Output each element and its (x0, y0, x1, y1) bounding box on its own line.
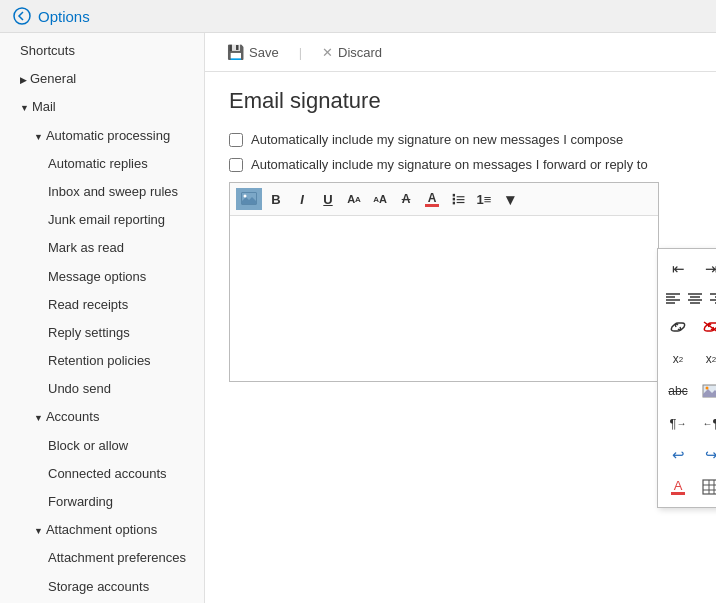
discard-button[interactable]: ✕ Discard (316, 42, 388, 63)
discard-icon: ✕ (322, 45, 333, 60)
checkbox-forward-reply[interactable] (229, 158, 243, 172)
sidebar-item-block-allow[interactable]: Block or allow (0, 432, 204, 460)
underline-button[interactable]: U (316, 187, 340, 211)
indent-right-button[interactable]: ⇥ (697, 255, 716, 283)
font-color-button[interactable]: A (420, 187, 444, 211)
sidebar-item-undo-send[interactable]: Undo send (0, 375, 204, 403)
redo-button[interactable]: ↪ (697, 441, 716, 469)
sidebar-item-mark-read[interactable]: Mark as read (0, 234, 204, 262)
sidebar-item-auto-processing[interactable]: ▼Automatic processing (0, 122, 204, 150)
editor-toolbar: B I U AA AA A A (230, 183, 658, 216)
sidebar: Shortcuts ▶General ▼Mail ▼Automatic proc… (0, 33, 205, 603)
sidebar-item-forwarding[interactable]: Forwarding (0, 488, 204, 516)
subscript-button[interactable]: x2 (697, 345, 716, 373)
page-body: Email signature Automatically include my… (205, 72, 716, 603)
save-button[interactable]: 💾 Save (221, 41, 285, 63)
checkbox-row-2: Automatically include my signature on me… (229, 157, 692, 172)
content-area: 💾 Save | ✕ Discard Email signature Autom… (205, 33, 716, 603)
page-title: Email signature (229, 88, 692, 114)
sidebar-item-read-receipts[interactable]: Read receipts (0, 291, 204, 319)
editor-body[interactable] (230, 216, 658, 376)
more-options-dropdown: ⇤ ⇥ (657, 248, 716, 508)
superscript-button[interactable]: x2 (664, 345, 692, 373)
svg-point-0 (14, 8, 30, 24)
checkbox-new-messages-label: Automatically include my signature on ne… (251, 132, 623, 147)
sidebar-item-general[interactable]: ▶General (0, 65, 204, 93)
page-title-header: Options (38, 8, 90, 25)
checkbox-row-1: Automatically include my signature on ne… (229, 132, 692, 147)
attachment-triangle: ▼ (34, 526, 43, 536)
strikethrough-button[interactable]: A (394, 187, 418, 211)
header: Options (0, 0, 716, 33)
more-options-button[interactable]: ▾ (498, 187, 522, 211)
checkbox-new-messages[interactable] (229, 133, 243, 147)
sidebar-item-mail[interactable]: ▼Mail (0, 93, 204, 121)
sidebar-item-inbox-sweep[interactable]: Inbox and sweep rules (0, 178, 204, 206)
svg-point-20 (706, 387, 709, 390)
align-right-button[interactable] (708, 287, 716, 309)
insert-image2-button[interactable] (697, 377, 716, 405)
signature-editor: B I U AA AA A A (229, 182, 659, 382)
font-color2-button[interactable]: A (664, 473, 692, 501)
numbering-button[interactable]: 1≡ (472, 187, 496, 211)
sidebar-item-connected[interactable]: Connected accounts (0, 460, 204, 488)
save-label: Save (249, 45, 279, 60)
sidebar-item-junk-email[interactable]: Junk email reporting (0, 206, 204, 234)
align-left-button[interactable] (664, 287, 682, 309)
svg-point-4 (244, 195, 247, 198)
sidebar-item-attachment-prefs[interactable]: Attachment preferences (0, 544, 204, 572)
ltr-button[interactable]: ¶→ (664, 409, 692, 437)
sidebar-item-shortcuts[interactable]: Shortcuts (0, 37, 204, 65)
sidebar-item-message-options[interactable]: Message options (0, 263, 204, 291)
indent-left-button[interactable]: ⇤ (664, 255, 692, 283)
rtl-button[interactable]: ←¶ (697, 409, 716, 437)
main-layout: Shortcuts ▶General ▼Mail ▼Automatic proc… (0, 33, 716, 603)
font-size-decrease-button[interactable]: AA (368, 187, 392, 211)
sidebar-item-storage-accounts[interactable]: Storage accounts (0, 573, 204, 601)
sidebar-item-retention[interactable]: Retention policies (0, 347, 204, 375)
checkbox-forward-reply-label: Automatically include my signature on me… (251, 157, 648, 172)
toolbar-separator: | (299, 45, 302, 60)
insert-table-button[interactable] (697, 473, 716, 501)
bullets-button[interactable]: ⁝≡ (446, 187, 470, 211)
insert-image-button[interactable] (236, 188, 262, 210)
insert-link-button[interactable] (664, 313, 692, 341)
bold-button[interactable]: B (264, 187, 288, 211)
italic-button[interactable]: I (290, 187, 314, 211)
general-triangle: ▶ (20, 75, 27, 85)
sidebar-item-auto-replies[interactable]: Automatic replies (0, 150, 204, 178)
font-size-increase-button[interactable]: AA (342, 187, 366, 211)
content-toolbar: 💾 Save | ✕ Discard (205, 33, 716, 72)
editor-content-area: ⇤ ⇥ (230, 216, 658, 376)
back-icon[interactable] (12, 6, 32, 26)
undo-button[interactable]: ↩ (664, 441, 692, 469)
discard-label: Discard (338, 45, 382, 60)
sidebar-item-reply-settings[interactable]: Reply settings (0, 319, 204, 347)
sidebar-item-accounts[interactable]: ▼Accounts (0, 403, 204, 431)
strikethrough2-button[interactable]: abc (664, 377, 692, 405)
auto-triangle: ▼ (34, 132, 43, 142)
remove-link-button[interactable] (697, 313, 716, 341)
sidebar-item-attachment-options[interactable]: ▼Attachment options (0, 516, 204, 544)
save-icon: 💾 (227, 44, 244, 60)
align-center-button[interactable] (686, 287, 704, 309)
accounts-triangle: ▼ (34, 413, 43, 423)
mail-triangle: ▼ (20, 103, 29, 113)
